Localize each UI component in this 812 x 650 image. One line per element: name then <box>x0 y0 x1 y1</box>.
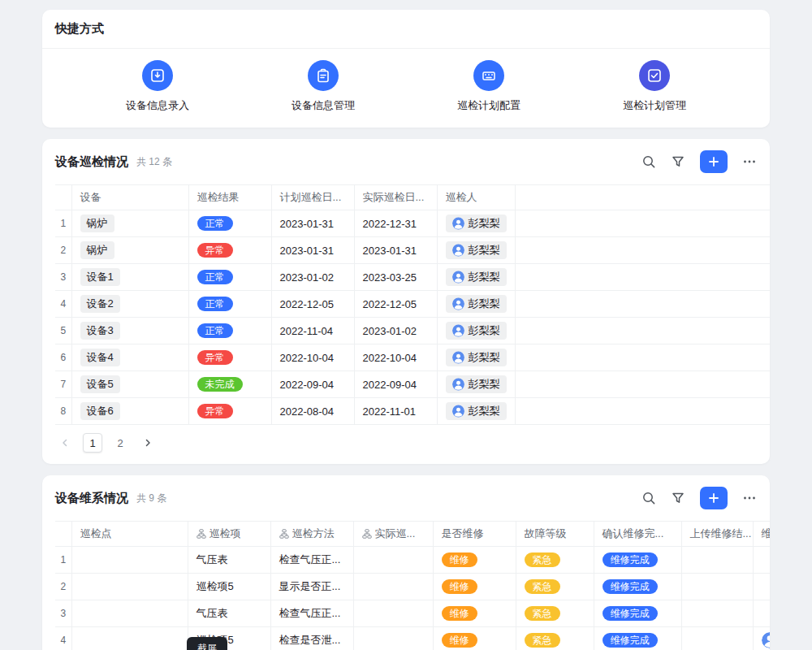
method-cell: 检查是否泄... <box>270 627 353 650</box>
lookup-icon <box>362 529 372 539</box>
shortcut-inspection-plan-manage[interactable]: 巡检计划管理 <box>572 60 737 113</box>
plan-date-cell: 2022-10-04 <box>271 344 354 371</box>
next-page-button[interactable] <box>138 433 158 453</box>
actual-date-cell: 2023-01-02 <box>354 318 437 344</box>
search-button[interactable] <box>641 154 656 169</box>
actual-date-cell: 2022-09-04 <box>354 371 437 398</box>
maintainer-cell <box>753 547 770 574</box>
filler-cell <box>515 398 770 425</box>
add-record-button[interactable] <box>700 487 728 509</box>
result-badge: 正常 <box>197 216 233 231</box>
row-index: 2 <box>55 237 71 264</box>
filter-button[interactable] <box>671 154 685 169</box>
upload-cell <box>681 547 753 574</box>
column-header[interactable]: 实际巡检日... <box>354 185 437 210</box>
column-header[interactable]: 巡检点 <box>71 522 188 547</box>
row-number-header <box>55 185 71 210</box>
chevron-left-icon <box>59 437 71 448</box>
table-row[interactable]: 1 气压表 检查气压正... 维修 紧急 维修完成 <box>55 547 770 574</box>
device-chip: 设备1 <box>80 268 120 286</box>
row-index: 5 <box>55 318 71 344</box>
table-row[interactable]: 4 设备2 正常 2022-12-05 2022-12-05 <box>55 291 770 318</box>
actual-date-cell: 2022-11-01 <box>354 398 437 425</box>
row-index: 1 <box>55 547 71 574</box>
table-row[interactable]: 6 设备4 异常 2022-10-04 2022-10-04 <box>55 344 770 371</box>
table-row[interactable]: 3 气压表 检查气压正... 维修 紧急 维修完成 <box>55 600 770 627</box>
device-chip: 设备5 <box>80 375 120 393</box>
inspector-chip: 彭梨梨 <box>446 268 507 286</box>
item-cell: 巡检项5 <box>188 574 270 600</box>
confirm-badge: 维修完成 <box>603 633 658 648</box>
level-badge: 紧急 <box>525 552 560 567</box>
result-badge: 未完成 <box>197 377 243 392</box>
column-header[interactable]: 维... <box>753 522 770 547</box>
plus-icon <box>707 155 720 168</box>
inspector-chip: 彭梨梨 <box>446 375 507 393</box>
row-index: 3 <box>55 264 71 291</box>
plan-date-cell: 2023-01-02 <box>271 264 354 291</box>
column-header[interactable]: 巡检人 <box>437 185 515 210</box>
column-header[interactable]: 是否维修 <box>433 522 516 547</box>
table-row[interactable]: 7 设备5 未完成 2022-09-04 2022-09-04 <box>55 371 770 398</box>
repair-badge: 维修 <box>442 579 477 594</box>
avatar <box>452 323 464 338</box>
result-badge: 正常 <box>197 297 233 311</box>
column-header[interactable]: 确认维修完... <box>594 522 681 547</box>
shortcut-device-info-manage[interactable]: 设备信息管理 <box>240 60 406 113</box>
more-button[interactable] <box>742 491 757 505</box>
column-header[interactable]: 巡检项 <box>188 522 270 547</box>
more-icon <box>742 154 757 169</box>
prev-page-button[interactable] <box>55 433 75 453</box>
screenshot-tooltip: 截屏 <box>187 637 227 650</box>
repair-badge: 维修 <box>442 552 477 567</box>
table-row[interactable]: 5 设备3 正常 2022-11-04 2023-01-02 <box>55 318 770 344</box>
shortcut-device-info-entry[interactable]: 设备信息录入 <box>75 60 240 113</box>
lookup-icon <box>279 529 289 539</box>
avatar <box>452 350 464 365</box>
more-button[interactable] <box>742 154 757 169</box>
table-row[interactable]: 4 巡检项5 检查是否泄... 维修 紧急 维修完成 <box>55 627 770 650</box>
search-icon <box>641 154 656 169</box>
shortcut-label: 设备信息管理 <box>292 98 355 113</box>
filter-button[interactable] <box>671 491 685 505</box>
avatar <box>452 377 464 392</box>
table-row[interactable]: 1 锅炉 正常 2023-01-31 2022-12-31 <box>55 210 770 237</box>
device-chip: 锅炉 <box>80 241 114 259</box>
actual-date-cell: 2022-12-05 <box>354 291 437 318</box>
column-header[interactable]: 设备 <box>71 185 188 210</box>
search-button[interactable] <box>641 491 656 505</box>
confirm-badge: 维修完成 <box>603 552 658 567</box>
table-row[interactable]: 2 锅炉 异常 2023-01-31 2023-01-31 <box>55 237 770 264</box>
column-header[interactable]: 巡检结果 <box>188 185 271 210</box>
avatar <box>452 297 464 311</box>
page-button-2[interactable]: 2 <box>110 433 130 453</box>
checklist-icon <box>639 60 670 91</box>
device-chip: 锅炉 <box>80 214 114 232</box>
page-button-1[interactable]: 1 <box>83 433 102 453</box>
column-header[interactable]: 计划巡检日... <box>271 185 354 210</box>
item-cell: 气压表 <box>188 600 270 627</box>
inspection-header-row: 设备 巡检结果 计划巡检日... 实际巡检日... 巡检人 <box>55 185 770 210</box>
table-row[interactable]: 8 设备6 异常 2022-08-04 2022-11-01 <box>55 398 770 425</box>
clipboard-icon <box>308 60 339 91</box>
table-row[interactable]: 2 巡检项5 显示是否正... 维修 紧急 维修完成 <box>55 574 770 600</box>
actual-cell <box>353 600 433 627</box>
table-row[interactable]: 3 设备1 正常 2023-01-02 2023-03-25 <box>55 264 770 291</box>
shortcut-inspection-plan-config[interactable]: 巡检计划配置 <box>406 60 572 113</box>
shortcuts-title: 快捷方式 <box>55 21 757 37</box>
column-header[interactable]: 巡检方法 <box>270 522 353 547</box>
repair-badge: 维修 <box>442 633 477 648</box>
device-chip: 设备6 <box>80 402 120 420</box>
inspector-chip: 彭梨梨 <box>446 214 507 232</box>
filler-cell <box>515 210 770 237</box>
shortcut-label: 设备信息录入 <box>126 98 189 113</box>
column-header[interactable]: 故障等级 <box>516 522 594 547</box>
column-header[interactable]: 上传维修结... <box>681 522 753 547</box>
method-cell: 检查气压正... <box>270 547 353 574</box>
result-badge: 异常 <box>197 243 233 258</box>
column-header[interactable]: 实际巡... <box>353 522 433 547</box>
shortcut-label: 巡检计划配置 <box>457 98 520 113</box>
level-badge: 紧急 <box>525 606 560 621</box>
inspection-table: 设备 巡检结果 计划巡检日... 实际巡检日... 巡检人 <box>55 184 770 425</box>
add-record-button[interactable] <box>700 150 728 173</box>
